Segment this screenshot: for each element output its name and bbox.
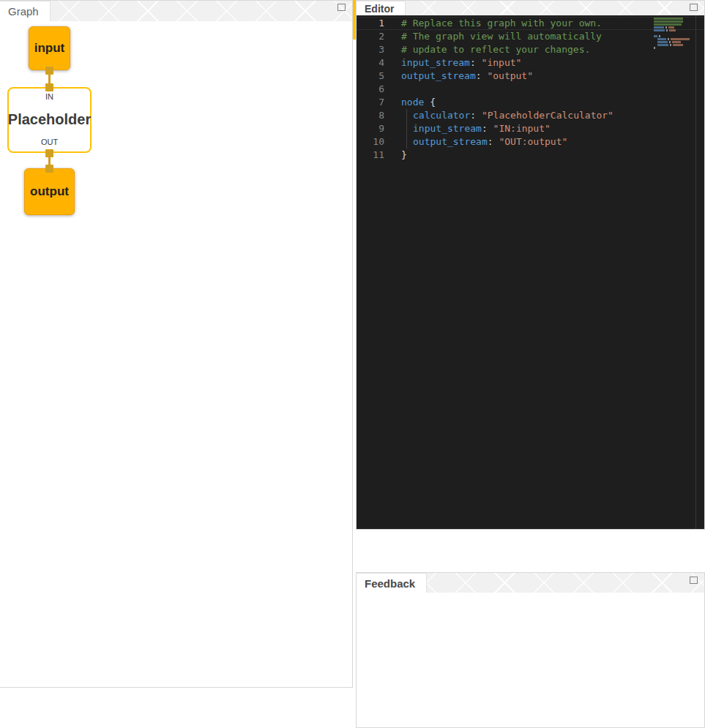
code-line[interactable]: 10output_stream: "OUT:output": [357, 135, 704, 149]
tab-graph[interactable]: Graph: [0, 1, 51, 21]
in-port-label: IN: [45, 92, 53, 101]
tab-editor[interactable]: Editor: [357, 1, 406, 15]
graph-node-input[interactable]: input: [29, 26, 70, 70]
graph-canvas[interactable]: input IN Placeholder OUT output: [0, 21, 352, 687]
tab-feedback[interactable]: Feedback: [357, 573, 427, 593]
code-line[interactable]: 6: [357, 83, 704, 96]
port-connector: [45, 83, 53, 91]
feedback-content: [357, 593, 704, 727]
code-line[interactable]: 8calculator: "PlaceholderCalculator": [357, 109, 704, 122]
port-connector: [45, 67, 53, 75]
graph-node-output[interactable]: output: [24, 168, 75, 215]
code-line[interactable]: 3# update to reflect your changes.: [357, 43, 704, 56]
graph-node-placeholder[interactable]: IN Placeholder OUT: [7, 87, 92, 153]
code-line[interactable]: 11}: [357, 149, 704, 162]
code-line[interactable]: 9input_stream: "IN:input": [357, 122, 704, 135]
popout-icon[interactable]: [337, 4, 346, 11]
feedback-tabstrip: Feedback: [357, 573, 704, 593]
code-line[interactable]: 1# Replace this graph with your own.: [357, 17, 704, 30]
tab-editor-label: Editor: [365, 3, 394, 15]
minimap-divider: [695, 15, 696, 529]
graph-tabstrip: Graph: [0, 1, 352, 21]
mediapipe-visualizer-app: MediaPipe New: [0, 0, 705, 728]
graph-panel: Graph input IN Placeholder OUT output: [0, 0, 353, 688]
code-line[interactable]: 4input_stream: "input": [357, 56, 704, 70]
tab-feedback-label: Feedback: [365, 577, 415, 590]
graph-node-output-label: output: [30, 184, 69, 199]
graph-node-placeholder-label: Placeholder: [8, 111, 91, 128]
port-connector: [45, 149, 53, 157]
code-lines[interactable]: 1# Replace this graph with your own.2# T…: [357, 17, 704, 162]
port-connector: [45, 165, 53, 173]
graph-node-input-label: input: [34, 41, 65, 56]
code-line[interactable]: 7node {: [357, 96, 704, 109]
minimap[interactable]: [654, 18, 695, 50]
tab-graph-label: Graph: [8, 5, 39, 18]
code-editor[interactable]: 1# Replace this graph with your own.2# T…: [357, 15, 704, 529]
feedback-panel: Feedback: [356, 572, 705, 728]
out-port-label: OUT: [41, 138, 58, 146]
code-line[interactable]: 2# The graph view will automatically: [357, 30, 704, 43]
editor-tabstrip: Editor: [357, 1, 704, 15]
popout-icon[interactable]: [690, 4, 698, 11]
popout-icon[interactable]: [690, 577, 698, 584]
editor-panel: Editor 1# Replace this graph with your o…: [356, 0, 705, 530]
code-line[interactable]: 5output_stream: "output": [357, 70, 704, 83]
